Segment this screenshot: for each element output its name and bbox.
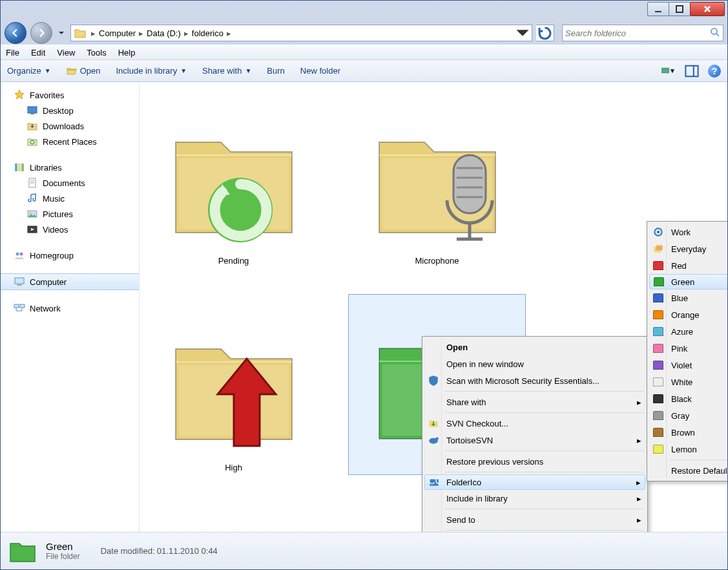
svg-rect-5: [685, 65, 698, 76]
ctx-send-to[interactable]: Send to▸: [424, 511, 645, 528]
help-button[interactable]: ?: [708, 65, 721, 78]
address-bar[interactable]: ▸ Computer ▸ Data (D:) ▸ folderico ▸: [70, 25, 532, 41]
gear-icon: [652, 226, 664, 238]
nav-history-dropdown[interactable]: [56, 24, 67, 42]
svg-rect-4: [662, 69, 669, 74]
breadcrumb-folder[interactable]: folderico: [192, 28, 224, 38]
folder-open-icon: [67, 66, 77, 76]
folder-item[interactable]: Microphone: [348, 87, 526, 268]
ctx-color-lemon[interactable]: Lemon: [649, 441, 727, 458]
ctx-color-pink[interactable]: Pink: [649, 340, 727, 357]
open-button[interactable]: Open: [67, 66, 101, 76]
ctx-open-new[interactable]: Open in new window: [424, 355, 645, 372]
downloads-icon: [26, 120, 38, 132]
ctx-color-blue[interactable]: Blue: [649, 290, 727, 306]
status-type: File folder: [46, 552, 80, 561]
menu-view[interactable]: View: [57, 48, 75, 58]
sidebar-desktop[interactable]: Desktop: [1, 103, 139, 118]
svg-line-3: [716, 34, 719, 36]
forward-button[interactable]: [30, 22, 52, 44]
ctx-color-gray[interactable]: Gray: [649, 407, 727, 424]
status-bar: Green File folder Date modified: 01.11.2…: [1, 532, 727, 569]
folder-large-icon: [163, 317, 305, 459]
chevron-right-icon[interactable]: ▸: [181, 28, 192, 38]
recent-icon: [26, 136, 38, 147]
ctx-svn-checkout[interactable]: SVN Checkout...: [424, 415, 645, 432]
sidebar-libraries[interactable]: Libraries: [1, 160, 139, 175]
star-icon: [14, 89, 25, 101]
ctx-color-brown[interactable]: Brown: [649, 424, 727, 441]
ctx-color-red[interactable]: Red: [649, 257, 727, 274]
menu-help[interactable]: Help: [118, 48, 136, 58]
folder-color-icon: [652, 359, 664, 371]
minimize-button[interactable]: [647, 2, 669, 16]
folder-icon: [74, 26, 87, 39]
network-icon: [14, 302, 25, 314]
share-with-button[interactable]: Share with ▼: [202, 66, 251, 76]
chevron-right-icon[interactable]: ▸: [136, 28, 147, 38]
menu-tools[interactable]: Tools: [87, 48, 106, 58]
ctx-color-work[interactable]: Work▸: [649, 224, 727, 240]
new-folder-button[interactable]: New folder: [300, 66, 340, 76]
folder-color-icon: [652, 260, 664, 271]
sidebar-downloads[interactable]: Downloads: [1, 118, 139, 134]
svg-point-41: [657, 231, 660, 234]
sidebar-music[interactable]: Music: [1, 191, 139, 206]
chevron-right-icon[interactable]: ▸: [224, 28, 234, 38]
maximize-button[interactable]: [669, 2, 691, 16]
folderico-icon: ICO: [428, 476, 440, 488]
svg-point-2: [711, 28, 717, 34]
folder-item[interactable]: High: [145, 294, 322, 475]
sidebar-videos[interactable]: Videos: [1, 222, 139, 237]
ctx-color-green[interactable]: Green: [649, 274, 727, 290]
ctx-color-orange[interactable]: Orange: [649, 306, 727, 323]
folder-multi-icon: [652, 243, 664, 255]
ctx-tortoisesvn[interactable]: TortoiseSVN▸: [424, 432, 645, 449]
ctx-restore-default[interactable]: Restore Default: [649, 462, 727, 479]
breadcrumb-computer[interactable]: Computer: [99, 28, 136, 38]
context-menu-folderico: Work▸ Everyday▸ RedGreenBlueOrangeAzureP…: [647, 221, 727, 481]
search-box[interactable]: [562, 25, 723, 41]
toolbar: Organize ▼ Open Include in library ▼ Sha…: [1, 60, 727, 82]
sidebar-favorites[interactable]: Favorites: [1, 87, 139, 103]
ctx-open[interactable]: Open: [424, 339, 645, 355]
refresh-button[interactable]: [536, 25, 554, 41]
ctx-color-azure[interactable]: Azure: [649, 323, 727, 340]
svg-rect-12: [21, 164, 24, 171]
sidebar-homegroup[interactable]: Homegroup: [1, 248, 139, 263]
ctx-include-library[interactable]: Include in library▸: [424, 490, 645, 507]
back-button[interactable]: [5, 22, 26, 44]
preview-pane-button[interactable]: [685, 64, 699, 78]
sidebar-network[interactable]: Network: [1, 301, 139, 316]
menu-file[interactable]: File: [6, 48, 19, 58]
ctx-color-white[interactable]: White: [649, 374, 727, 390]
svg-rect-10: [15, 164, 17, 171]
sidebar-computer[interactable]: Computer: [1, 273, 139, 290]
close-button[interactable]: [690, 2, 725, 16]
menu-edit[interactable]: Edit: [31, 48, 45, 58]
include-library-button[interactable]: Include in library ▼: [116, 66, 187, 76]
ctx-scan-mse[interactable]: Scan with Microsoft Security Essentials.…: [424, 372, 645, 389]
ctx-share-with[interactable]: Share with▸: [424, 394, 645, 410]
svn-checkout-icon: [428, 417, 439, 429]
svg-rect-24: [20, 304, 25, 308]
folder-label: High: [225, 463, 242, 472]
ctx-restore-previous[interactable]: Restore previous versions: [424, 453, 645, 470]
organize-button[interactable]: Organize ▼: [7, 66, 51, 76]
search-input[interactable]: [565, 28, 710, 38]
chevron-right-icon[interactable]: ▸: [88, 28, 99, 38]
breadcrumb-drive[interactable]: Data (D:): [147, 28, 181, 38]
svg-point-20: [20, 253, 23, 256]
view-options-button[interactable]: ▼: [661, 64, 676, 78]
sidebar-recent[interactable]: Recent Places: [1, 134, 139, 149]
folder-item[interactable]: Pending: [145, 87, 322, 268]
ctx-color-violet[interactable]: Violet: [649, 357, 727, 374]
folder-view[interactable]: Pending Microphone High Green Open Open …: [140, 82, 727, 532]
burn-button[interactable]: Burn: [267, 66, 284, 76]
ctx-color-black[interactable]: Black: [649, 390, 727, 407]
address-dropdown[interactable]: [515, 25, 530, 41]
sidebar-documents[interactable]: Documents: [1, 175, 139, 191]
sidebar-pictures[interactable]: Pictures: [1, 206, 139, 222]
ctx-color-everyday[interactable]: Everyday▸: [649, 240, 727, 257]
ctx-folderico[interactable]: ICOFolderIco▸: [424, 474, 645, 490]
